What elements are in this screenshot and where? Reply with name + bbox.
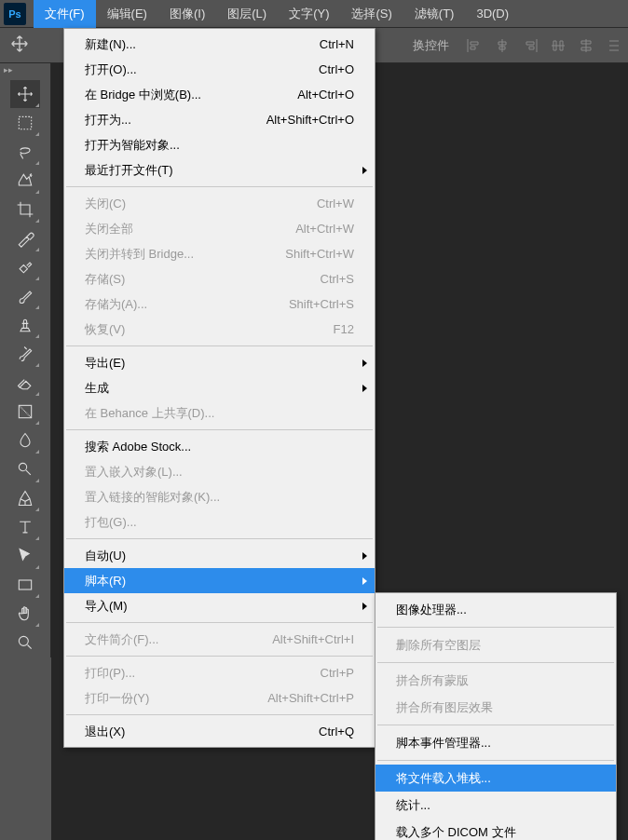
menu-6[interactable]: 滤镜(T) bbox=[403, 0, 466, 28]
file-menu-item[interactable]: 在 Bridge 中浏览(B)...Alt+Ctrl+O bbox=[64, 82, 375, 107]
menu-item-label: 打印(P)... bbox=[85, 665, 321, 682]
menu-item-label: 打开为... bbox=[85, 112, 266, 129]
more-options-icon[interactable] bbox=[603, 34, 625, 57]
submenu-arrow-icon bbox=[362, 603, 367, 610]
panel-collapse-icon[interactable]: ▸▸ bbox=[2, 63, 15, 76]
menu-item-label: 退出(X) bbox=[85, 724, 319, 740]
align-left-icon[interactable] bbox=[463, 34, 485, 57]
crop-tool[interactable] bbox=[10, 196, 40, 224]
file-menu-item[interactable]: 导入(M) bbox=[64, 593, 375, 618]
svg-point-4 bbox=[19, 636, 28, 645]
menu-item-label: 存储为(A)... bbox=[85, 296, 289, 313]
file-menu-item: 置入链接的智能对象(K)... bbox=[64, 484, 375, 509]
dodge-tool[interactable] bbox=[10, 455, 40, 483]
path-selection-tool[interactable] bbox=[10, 542, 40, 570]
menu-item-label: 置入嵌入对象(L)... bbox=[85, 464, 354, 481]
menu-shortcut: Ctrl+O bbox=[319, 62, 354, 76]
script-menu-item[interactable]: 图像处理器... bbox=[375, 596, 616, 623]
file-menu-item: 关闭并转到 Bridge...Shift+Ctrl+W bbox=[64, 241, 375, 266]
svg-point-2 bbox=[19, 463, 26, 470]
rectangular-marquee-tool[interactable] bbox=[10, 109, 40, 137]
file-menu-item[interactable]: 退出(X)Ctrl+Q bbox=[64, 719, 375, 744]
history-brush-tool[interactable] bbox=[10, 340, 40, 368]
pen-tool[interactable] bbox=[10, 484, 40, 512]
clone-stamp-tool[interactable] bbox=[10, 311, 40, 339]
script-menu-item[interactable]: 载入多个 DICOM 文件 bbox=[375, 819, 616, 840]
file-menu-item[interactable]: 打开为...Alt+Shift+Ctrl+O bbox=[64, 107, 375, 132]
eraser-tool[interactable] bbox=[10, 369, 40, 397]
menubar: Ps 文件(F)编辑(E)图像(I)图层(L)文字(Y)选择(S)滤镜(T)3D… bbox=[0, 0, 628, 28]
align-right-icon[interactable] bbox=[519, 34, 541, 57]
menu-item-label: 关闭全部 bbox=[85, 221, 295, 237]
distribute-h-icon[interactable] bbox=[547, 34, 569, 57]
zoom-tool[interactable] bbox=[10, 629, 40, 657]
hand-tool[interactable] bbox=[10, 600, 40, 628]
script-menu-item: 删除所有空图层 bbox=[375, 631, 616, 658]
menu-item-label: 关闭并转到 Bridge... bbox=[85, 246, 285, 263]
file-menu-item: 置入嵌入对象(L)... bbox=[64, 459, 375, 484]
submenu-arrow-icon bbox=[362, 359, 367, 367]
file-menu-item: 恢复(V)F12 bbox=[64, 317, 375, 342]
menu-7[interactable]: 3D(D) bbox=[465, 0, 520, 28]
file-menu-item[interactable]: 生成 bbox=[64, 375, 375, 400]
menu-item-label: 导入(M) bbox=[85, 598, 354, 615]
submenu-arrow-icon bbox=[362, 552, 367, 560]
menu-item-label: 打印一份(Y) bbox=[85, 690, 267, 707]
menu-5[interactable]: 选择(S) bbox=[340, 0, 403, 28]
menu-shortcut: Alt+Shift+Ctrl+P bbox=[267, 691, 354, 705]
brush-tool[interactable] bbox=[10, 282, 40, 310]
menu-item-label: 导出(E) bbox=[85, 355, 354, 372]
menu-item-label: 搜索 Adobe Stock... bbox=[85, 439, 354, 455]
svg-rect-3 bbox=[19, 580, 31, 589]
rectangle-tool[interactable] bbox=[10, 571, 40, 599]
menu-item-label: 打包(G)... bbox=[85, 514, 354, 531]
script-menu-item[interactable]: 脚本事件管理器... bbox=[375, 729, 616, 756]
file-menu-item[interactable]: 打开(O)...Ctrl+O bbox=[64, 57, 375, 82]
gradient-tool[interactable] bbox=[10, 398, 40, 426]
align-center-icon[interactable] bbox=[491, 34, 513, 57]
file-menu-item[interactable]: 搜索 Adobe Stock... bbox=[64, 434, 375, 459]
script-menu-item: 拼合所有蒙版 bbox=[375, 667, 616, 694]
menu-item-label: 最近打开文件(T) bbox=[85, 162, 354, 179]
menu-item-label: 关闭(C) bbox=[85, 196, 317, 212]
distribute-v-icon[interactable] bbox=[575, 34, 597, 57]
file-menu-item: 文件简介(F)...Alt+Shift+Ctrl+I bbox=[64, 627, 375, 652]
app-icon: Ps bbox=[4, 3, 26, 25]
menu-item-label: 新建(N)... bbox=[85, 36, 320, 53]
file-menu-item[interactable]: 打开为智能对象... bbox=[64, 132, 375, 157]
type-tool[interactable] bbox=[10, 513, 40, 541]
menu-1[interactable]: 编辑(E) bbox=[96, 0, 158, 28]
spot-healing-tool[interactable] bbox=[10, 253, 40, 281]
file-menu-item[interactable]: 自动(U) bbox=[64, 543, 375, 568]
blur-tool[interactable] bbox=[10, 427, 40, 454]
move-tool[interactable] bbox=[10, 80, 40, 108]
file-menu-item[interactable]: 导出(E) bbox=[64, 350, 375, 375]
file-menu-item: 关闭(C)Ctrl+W bbox=[64, 191, 375, 216]
script-menu-item[interactable]: 将文件载入堆栈... bbox=[375, 765, 616, 792]
script-menu-item[interactable]: 统计... bbox=[375, 792, 616, 819]
script-submenu: 图像处理器...删除所有空图层拼合所有蒙版拼合所有图层效果脚本事件管理器...将… bbox=[375, 592, 617, 840]
tool-panel: ▸▸ bbox=[0, 63, 51, 657]
menu-item-label: 生成 bbox=[85, 380, 354, 397]
menu-0[interactable]: 文件(F) bbox=[34, 0, 96, 28]
menu-3[interactable]: 图层(L) bbox=[216, 0, 278, 28]
file-menu-item[interactable]: 新建(N)...Ctrl+N bbox=[64, 32, 375, 57]
submenu-arrow-icon bbox=[362, 577, 367, 585]
file-menu-item: 存储(S)Ctrl+S bbox=[64, 266, 375, 291]
menu-shortcut: Ctrl+Q bbox=[319, 725, 354, 738]
svg-rect-0 bbox=[19, 116, 31, 129]
menu-shortcut: Ctrl+S bbox=[321, 272, 354, 286]
menu-shortcut: Shift+Ctrl+W bbox=[285, 247, 354, 261]
menu-4[interactable]: 文字(Y) bbox=[278, 0, 340, 28]
file-menu-item[interactable]: 最近打开文件(T) bbox=[64, 157, 375, 183]
file-menu-item[interactable]: 脚本(R) bbox=[64, 568, 375, 593]
move-cursor-icon bbox=[9, 34, 30, 58]
eyedropper-tool[interactable] bbox=[10, 224, 40, 252]
menu-item-label: 恢复(V) bbox=[85, 321, 334, 338]
quick-selection-tool[interactable] bbox=[10, 167, 40, 195]
lasso-tool[interactable] bbox=[10, 138, 40, 166]
menu-2[interactable]: 图像(I) bbox=[158, 0, 216, 28]
file-menu-item: 存储为(A)...Shift+Ctrl+S bbox=[64, 291, 375, 317]
menu-shortcut: Ctrl+W bbox=[317, 196, 354, 210]
menu-shortcut: Alt+Shift+Ctrl+O bbox=[266, 113, 354, 127]
